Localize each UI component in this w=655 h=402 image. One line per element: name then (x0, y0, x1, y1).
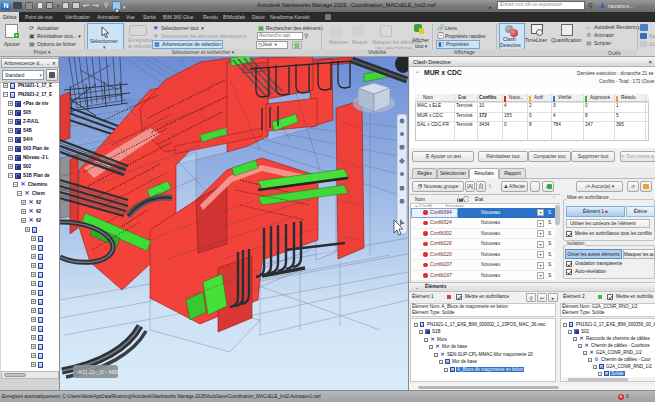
svg-text:A1(-2)-_0 - N00: A1(-2)-_0 - N00 (78, 369, 120, 375)
